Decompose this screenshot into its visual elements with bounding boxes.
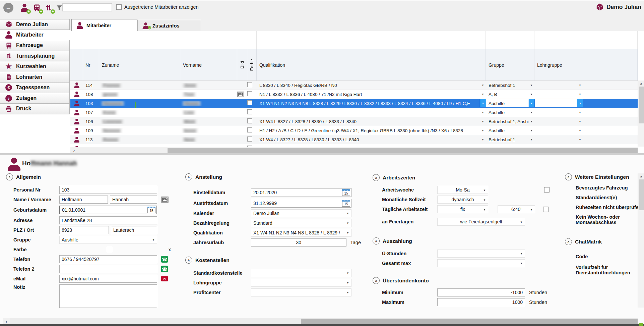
table-row-111[interactable]: 111 Schneider Henry H1 H2 H4 [70,144,638,147]
table-filter-row[interactable] [70,31,638,49]
cell-lohngruppe[interactable] [534,144,583,147]
telefon-input[interactable] [59,255,157,263]
table-vertical-scrollbar[interactable]: ▲ [638,80,644,147]
maximum-input[interactable] [437,298,525,306]
collapse-icon[interactable]: ∧ [373,277,380,284]
detail-vertical-scrollbar[interactable]: ▲ [638,173,644,308]
arbeitszeit-checkbox[interactable] [543,207,549,212]
cell-lohngruppe[interactable]: ▼ [534,126,583,135]
cell-lohngruppe[interactable]: ▼ [534,90,583,99]
cell-lohngruppe[interactable]: ▼ [534,117,583,126]
ort-input[interactable] [111,226,157,234]
sidebar-item-fahrzeuge[interactable]: Fahrzeuge [0,40,70,51]
search-input[interactable] [62,3,112,11]
calendar-button[interactable]: 15 [147,207,155,213]
photo-button[interactable] [161,197,169,203]
qualifikation-dropdown[interactable]: X1 W4 N1 N2 N3 N4 N8 L 8328 / L 8329 / ▼ [251,229,351,237]
table-row-114[interactable]: 114 Fxxxxxx Jxxxx L 8330 / L 8340 / Regi… [70,81,638,90]
sollzeit-dropdown[interactable]: dynamisch ▼ [437,196,488,204]
cell-lohngruppe[interactable]: ▼ [534,135,583,144]
dropdown-icon[interactable]: ▼ [577,99,583,107]
jahresurlaub-input[interactable] [251,238,346,247]
dropdown-icon[interactable]: ▼ [577,138,583,141]
email-input[interactable] [59,275,157,283]
table-horizontal-scrollbar[interactable]: ‹ [70,147,638,154]
cell-qualifikation[interactable]: L 8330 / L 8340 / Regiotax GB/RB / N0▼ [257,81,486,90]
scroll-up-icon[interactable]: ▲ [638,173,644,179]
col-header-vorname[interactable]: Vorname [180,49,237,80]
tab-mitarbeiter[interactable]: Mitarbeiter [71,19,137,31]
dropdown-icon[interactable]: ▼ [577,93,583,96]
lohngruppe-dropdown[interactable]: ▼ [251,279,351,287]
gesamt-max-dropdown[interactable]: ▼ [437,259,525,267]
cell-qualifikation[interactable]: X1 W4 N1 N2 N3 N4 N8 L 8328 / L 8329 / L… [257,99,486,108]
collapse-icon[interactable]: ∧ [373,174,380,181]
tab-zusatzinfos[interactable]: ⚙ Zusatzinfos [137,20,201,31]
dropdown-icon[interactable]: ▼ [528,120,534,123]
table-row-108[interactable]: 108 gxxxxx Txxx N1 / L 8332 / L 8336 / L… [70,90,638,99]
cell-qualifikation[interactable]: N1 / L 8332 / L 8336 / L 4080 / 71 /N2 m… [257,90,486,99]
cell-qualifikation[interactable]: H1 / H2 / A /B / C / D / E / Greenline /… [257,126,486,135]
cell-gruppe[interactable]: A, B▼ [486,90,534,99]
arbeitswoche-checkbox[interactable] [544,187,550,193]
austrittsdatum-field[interactable]: 31.12.9999 15 [251,199,351,208]
ue-stunden-dropdown[interactable]: ▼ [437,250,525,258]
back-button[interactable]: ← [3,3,13,13]
table-row-106[interactable]: 106 Lxxxxxxx Mxxx X1 W4 L 8327 / L 8328 … [70,117,638,126]
sidebar-item-tagesspesen[interactable]: € Tagesspesen [0,83,70,93]
col-header-lohngruppe[interactable]: Lohngruppe [534,49,583,80]
phone-call-button[interactable]: ☎ [161,266,168,272]
dropdown-icon[interactable]: ▼ [480,129,486,132]
phone-call-button[interactable]: ☎ [161,256,168,263]
cell-qualifikation[interactable]: X1 W4 L 8327 / L 8328 / L8330 / L 8333 /… [257,117,486,126]
col-header-zuname[interactable]: Zuname [99,49,180,80]
scrollbar-thumb[interactable] [301,319,638,324]
add-vehicle-button[interactable]: + [31,2,43,13]
add-rotation-button[interactable]: + [43,2,54,13]
sidebar-item-druck[interactable]: Druck [0,104,70,114]
profitcenter-dropdown[interactable]: ▼ [251,288,351,296]
arbeitszeit-mode-dropdown[interactable]: fix ▼ [437,205,488,213]
calendar-button[interactable]: 15 [342,200,350,207]
plz-input[interactable] [59,226,109,234]
geburtsdatum-field[interactable]: 01.01.0001 15 [59,206,157,214]
cell-qualifikation[interactable]: X1 W4 / L 8327 / L 8328 / L8330 / L 8333… [257,135,486,144]
add-employee-button[interactable]: + [19,2,30,13]
cell-qualifikation[interactable]: ▼ [257,108,486,117]
kalender-dropdown[interactable]: Demo Julian ▼ [251,209,351,217]
calendar-button[interactable]: 15 [342,189,350,196]
zuname-input[interactable] [59,196,108,204]
table-row-113[interactable]: 113 Rxxxxx Nxxx X1 W4 / L 8327 / L 8328 … [70,135,638,144]
dropdown-icon[interactable]: ▼ [480,120,486,123]
farbe-checkbox[interactable] [247,82,252,87]
scrollbar-thumb[interactable] [168,148,638,153]
cell-qualifikation[interactable]: H1 H2 H4 [257,144,486,147]
send-mail-button[interactable]: ✉ [161,276,168,281]
col-header-qualifikation[interactable]: Qualifikation [257,49,486,80]
sidebar-item-demo-julian[interactable]: Demo Julian [0,19,70,30]
collapse-icon[interactable]: ∧ [565,173,572,180]
scroll-left-icon[interactable]: ‹ [3,318,10,325]
table-row-109[interactable]: 109 Nxxxxxx bxxxx H1 / H2 / A /B / C / D… [70,126,638,135]
sidebar-item-turnusplanung[interactable]: Turnusplanung [0,51,70,62]
collapse-icon[interactable]: ∧ [185,257,192,264]
farbe-checkbox[interactable] [247,100,252,105]
cell-gruppe[interactable]: Aushilfe▼ [486,108,534,117]
cell-lohngruppe[interactable]: ▼ [534,99,583,108]
clear-color-button[interactable]: x [169,247,171,252]
farbe-checkbox[interactable] [247,137,252,142]
farbe-color-box[interactable] [107,247,112,252]
dropdown-icon[interactable]: ▼ [480,84,486,87]
dropdown-icon[interactable]: ▼ [528,111,534,114]
einstelldatum-field[interactable]: 20.01.2020 15 [251,188,351,197]
photo-icon[interactable] [237,92,244,97]
scroll-left-icon[interactable]: ‹ [70,147,78,154]
sidebar-item-zulagen[interactable]: › Zulagen [0,93,70,104]
cell-gruppe[interactable]: Betriebshof 1▼ [486,135,534,144]
arbeitswoche-dropdown[interactable]: Mo-Sa ▼ [437,186,488,194]
scrollbar-thumb[interactable] [639,179,644,210]
cell-gruppe[interactable]: Betriebshof 1, Aushilfe▼ [486,117,534,126]
collapse-icon[interactable]: ∧ [565,238,572,245]
scroll-up-icon[interactable]: ▲ [638,80,644,86]
dropdown-icon[interactable]: ▼ [577,129,583,132]
